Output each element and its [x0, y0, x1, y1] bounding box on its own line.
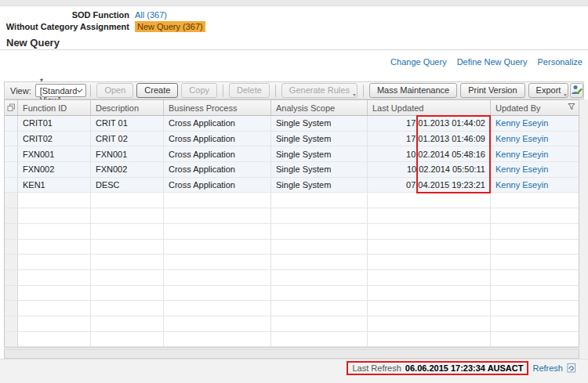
cell-analysis_scope: [271, 332, 368, 348]
toolbar-button-create[interactable]: Create: [136, 83, 178, 98]
cell-analysis_scope: Single System: [271, 116, 368, 132]
toolbar-button-open[interactable]: Open: [96, 83, 133, 98]
cell-analysis_scope: [271, 270, 368, 286]
toolbar-button-groups: OpenCreateCopyDeleteGenerate RulesMass M…: [86, 83, 570, 98]
row-select-cell[interactable]: [5, 224, 18, 240]
toolbar-button-generate-rules[interactable]: Generate Rules: [281, 83, 358, 98]
top-strip: [0, 0, 588, 6]
table-row-empty: [5, 286, 579, 302]
table-row: CRIT01CRIT 01Cross ApplicationSingle Sys…: [5, 116, 579, 132]
cell-updated_by: [491, 208, 579, 224]
define-new-query-link[interactable]: Define New Query: [457, 57, 528, 67]
personalize-user-button[interactable]: [570, 83, 583, 98]
row-select-cell[interactable]: [5, 208, 18, 224]
cell-analysis_scope: Single System: [271, 178, 368, 193]
cell-business_process: [164, 240, 271, 255]
cell-last_updated: [368, 255, 491, 270]
row-select-cell[interactable]: [5, 301, 18, 316]
cell-description: [91, 270, 164, 286]
cell-function_id: [18, 240, 91, 255]
row-select-cell[interactable]: [5, 332, 18, 348]
cell-function_id: [18, 255, 91, 270]
row-select-cell[interactable]: [5, 132, 18, 147]
filter-value-all-link[interactable]: All (367): [135, 10, 167, 20]
column-header-description[interactable]: Description: [91, 100, 164, 115]
table-row-empty: [5, 208, 579, 224]
cell-updated_by: [491, 332, 579, 348]
cell-updated_by: [491, 286, 579, 302]
column-header-last_updated[interactable]: Last Updated: [368, 100, 491, 115]
updated-by-link[interactable]: Kenny Eseyin: [495, 150, 548, 159]
button-label: Print Version: [468, 85, 517, 95]
filter-icon[interactable]: [568, 103, 575, 112]
updated-by-link[interactable]: Kenny Eseyin: [495, 134, 548, 143]
button-label: Mass Maintenance: [377, 85, 449, 95]
row-select-cell[interactable]: [5, 116, 18, 132]
cell-business_process: [164, 193, 271, 208]
page-title: New Query: [6, 37, 60, 49]
column-header-label: Analysis Scope: [276, 103, 335, 113]
table-row-empty: [5, 240, 579, 255]
updated-by-link[interactable]: Kenny Eseyin: [495, 164, 548, 174]
toolbar-button-delete[interactable]: Delete: [229, 83, 270, 98]
cell-last_updated: [368, 270, 491, 286]
results-table: Function IDDescriptionBusiness ProcessAn…: [4, 99, 579, 348]
cell-last_updated: [368, 286, 491, 302]
table-row-empty: [5, 224, 579, 240]
cell-analysis_scope: Single System: [271, 146, 368, 162]
cell-description: [91, 193, 164, 208]
toolbar-button-copy[interactable]: Copy: [181, 83, 217, 98]
cell-business_process: Cross Application: [164, 116, 271, 132]
filter-label: SOD Function: [0, 10, 129, 20]
cell-last_updated: [368, 301, 491, 316]
cell-function_id: [18, 193, 91, 208]
row-select-cell[interactable]: [5, 162, 18, 178]
row-select-cell[interactable]: [5, 178, 18, 193]
table-toolbar: View: * [Standard View] OpenCreateCopyDe…: [4, 81, 584, 99]
change-query-link[interactable]: Change Query: [390, 57, 447, 67]
cell-updated_by: [491, 316, 579, 332]
updated-by-link[interactable]: Kenny Eseyin: [495, 118, 548, 128]
toolbar-button-export[interactable]: Export: [528, 83, 569, 98]
cell-last_updated: [368, 332, 491, 348]
view-select[interactable]: * [Standard View]: [35, 84, 87, 97]
toolbar-button-print-version[interactable]: Print Version: [460, 83, 524, 98]
row-select-cell[interactable]: [5, 240, 18, 255]
cell-description: FXN002: [91, 162, 164, 178]
personalize-link[interactable]: Personalize: [538, 57, 583, 67]
cell-business_process: [164, 316, 271, 332]
row-select-cell[interactable]: [5, 316, 18, 332]
row-select-cell[interactable]: [5, 255, 18, 270]
grid-header: Function IDDescriptionBusiness ProcessAn…: [5, 100, 579, 116]
row-select-cell[interactable]: [5, 286, 18, 302]
column-header-label: Description: [96, 103, 139, 113]
updated-by-link[interactable]: Kenny Eseyin: [495, 180, 548, 190]
cell-business_process: Cross Application: [164, 162, 271, 178]
cell-business_process: [164, 286, 271, 302]
refresh-icon[interactable]: [567, 363, 576, 374]
filter-value-new-query-highlight[interactable]: New Query (367): [135, 21, 205, 32]
toolbar-separator: [363, 85, 364, 97]
cell-function_id: KEN1: [18, 178, 91, 193]
column-header-business_process[interactable]: Business Process: [164, 100, 271, 115]
cell-description: [91, 316, 164, 332]
header-action-links: Change Query Define New Query Personaliz…: [390, 57, 583, 67]
button-label: Delete: [237, 85, 262, 95]
menu-arrow-icon: [353, 94, 356, 96]
cell-business_process: Cross Application: [164, 146, 271, 162]
column-header-updated_by[interactable]: Updated By: [491, 100, 579, 115]
toolbar-separator: [275, 85, 276, 97]
row-select-cell[interactable]: [5, 270, 18, 286]
cell-analysis_scope: [271, 240, 368, 255]
row-select-cell[interactable]: [5, 146, 18, 162]
column-header-analysis_scope[interactable]: Analysis Scope: [271, 100, 368, 115]
toolbar-button-mass-maintenance[interactable]: Mass Maintenance: [369, 83, 457, 98]
cell-analysis_scope: Single System: [271, 132, 368, 147]
right-gutter: [579, 99, 588, 359]
cell-function_id: [18, 332, 91, 348]
refresh-link[interactable]: Refresh: [532, 363, 563, 373]
view-label: View:: [10, 86, 31, 96]
column-header-function_id[interactable]: Function ID: [18, 100, 91, 115]
button-label: Create: [144, 85, 170, 95]
row-select-cell[interactable]: [5, 193, 18, 208]
